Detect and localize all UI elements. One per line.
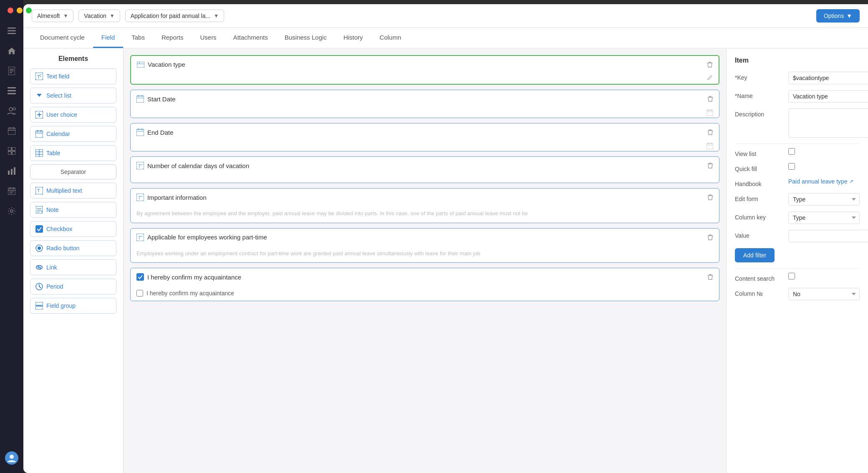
options-button[interactable]: Options ▼ (816, 9, 860, 23)
field-applicable-title: T Applicable for employees working part-… (136, 234, 267, 241)
element-separator[interactable]: Separator (30, 164, 116, 179)
close-dot[interactable] (8, 8, 13, 13)
org-selector[interactable]: Almexoft ▼ (32, 10, 73, 22)
tab-users[interactable]: Users (192, 28, 225, 48)
app-selector[interactable]: Vacation ▼ (78, 10, 120, 22)
svg-marker-35 (37, 94, 42, 97)
field-confirm-icon (136, 273, 144, 281)
prop-name-input[interactable] (788, 90, 868, 103)
prop-value-input[interactable] (788, 230, 868, 242)
delete-num-days-icon[interactable] (707, 162, 713, 169)
select-list-label: Select list (46, 92, 71, 99)
handbook-link-text: Paid annual leave type (788, 178, 848, 185)
element-note[interactable]: Note (30, 202, 116, 218)
list-icon[interactable] (6, 85, 18, 97)
element-user-choice[interactable]: User choice (30, 107, 116, 123)
external-link-icon: ↗ (849, 179, 853, 184)
svg-rect-18 (8, 151, 11, 155)
document-label: Application for paid annual la... (131, 13, 210, 19)
prop-view-list-value (788, 148, 860, 155)
prop-column-no-select[interactable]: No (788, 288, 860, 300)
svg-rect-8 (8, 90, 16, 91)
prop-content-search-row: Content search (735, 273, 860, 282)
field-group-icon (35, 302, 43, 309)
element-checkbox[interactable]: Checkbox (30, 221, 116, 237)
element-radio-button[interactable]: Radio button (30, 240, 116, 256)
tab-field[interactable]: Field (93, 28, 124, 48)
delete-end-date-icon[interactable] (707, 129, 713, 136)
field-start-date-header: Start Date (131, 90, 719, 108)
prop-key-input[interactable] (788, 72, 868, 84)
field-applicable-parttime[interactable]: T Applicable for employees working part-… (130, 228, 719, 263)
delete-applicable-icon[interactable] (707, 234, 713, 241)
prop-quick-fill-row: Quick fill (735, 163, 860, 172)
svg-rect-2 (8, 33, 16, 34)
prop-edit-form-select[interactable]: Type (788, 193, 860, 206)
svg-text:T: T (138, 235, 141, 240)
field-confirm-acquaintance[interactable]: I hereby confirm my acquaintance I hereb… (130, 268, 719, 301)
calendar-icon[interactable] (6, 125, 18, 137)
prop-handbook-link[interactable]: Paid annual leave type ↗ (788, 178, 853, 185)
field-vacation-type-title: Vacation type (137, 61, 185, 68)
calendar-el-icon (35, 130, 43, 138)
prop-view-list-checkbox[interactable] (788, 148, 795, 155)
element-multiplied-text[interactable]: T Multiplied text (30, 183, 116, 199)
prop-view-list-label: View list (735, 148, 785, 157)
delete-important-info-icon[interactable] (707, 194, 713, 201)
period-icon (35, 283, 43, 290)
maximize-dot[interactable] (26, 8, 32, 13)
tab-tabs[interactable]: Tabs (123, 28, 153, 48)
element-text-field[interactable]: T Text field (30, 68, 116, 84)
tab-business-logic[interactable]: Business Logic (276, 28, 335, 48)
calendar-label: Calendar (46, 131, 70, 137)
tab-attachments[interactable]: Attachments (225, 28, 276, 48)
prop-content-search-checkbox[interactable] (788, 273, 795, 279)
delete-start-date-icon[interactable] (707, 96, 713, 102)
delete-confirm-icon[interactable] (707, 274, 713, 280)
schedule-icon[interactable] (6, 185, 18, 197)
edit-vacation-type-icon[interactable] (707, 75, 713, 81)
minimize-dot[interactable] (17, 8, 23, 13)
chart-icon[interactable] (6, 165, 18, 177)
prop-key-row: *Key (735, 72, 860, 84)
user-avatar[interactable] (5, 451, 18, 465)
prop-edit-form-row: Edit form Type (735, 193, 860, 206)
grid-icon[interactable] (6, 145, 18, 157)
field-start-date[interactable]: Start Date (130, 90, 719, 118)
field-vacation-type[interactable]: Vacation type (130, 55, 719, 85)
prop-quick-fill-checkbox[interactable] (788, 163, 795, 170)
confirm-checkbox[interactable] (136, 290, 143, 297)
element-table[interactable]: Table (30, 145, 116, 161)
home-icon[interactable] (6, 45, 18, 57)
radio-button-label: Radio button (46, 245, 79, 252)
field-confirm-header: I hereby confirm my acquaintance (131, 268, 719, 286)
delete-vacation-type-icon[interactable] (707, 61, 713, 68)
confirm-checkbox-label: I hereby confirm my acquaintance (146, 290, 234, 297)
multiplied-text-icon: T (35, 187, 43, 194)
element-period[interactable]: Period (30, 279, 116, 294)
users-icon[interactable] (6, 105, 18, 117)
field-end-date[interactable]: End Date (130, 123, 719, 151)
document-icon[interactable] (6, 65, 18, 77)
tab-history[interactable]: History (335, 28, 371, 48)
add-filter-button[interactable]: Add filter (735, 248, 775, 262)
prop-column-key-select[interactable]: Type (788, 211, 860, 224)
menu-icon[interactable] (6, 25, 18, 37)
document-selector[interactable]: Application for paid annual la... ▼ (125, 10, 224, 22)
tab-document-cycle[interactable]: Document cycle (32, 28, 93, 48)
element-select-list[interactable]: Select list (30, 88, 116, 103)
settings-icon[interactable] (6, 205, 18, 217)
svg-rect-19 (12, 151, 15, 155)
prop-value-row: Value ↗ (735, 230, 860, 242)
prop-description-textarea[interactable] (788, 108, 868, 138)
prop-value-label: Value (735, 230, 785, 239)
tab-reports[interactable]: Reports (153, 28, 192, 48)
element-field-group[interactable]: Field group (30, 298, 116, 314)
text-field-label: Text field (46, 73, 69, 80)
element-calendar[interactable]: Calendar (30, 126, 116, 142)
field-vacation-type-icon (137, 62, 144, 68)
element-link[interactable]: Link (30, 259, 116, 275)
field-num-calendar-days[interactable]: T Number of calendar days of vacation (130, 156, 719, 183)
field-important-info[interactable]: T Important information By agreement bet… (130, 188, 719, 223)
tab-column[interactable]: Column (371, 28, 410, 48)
